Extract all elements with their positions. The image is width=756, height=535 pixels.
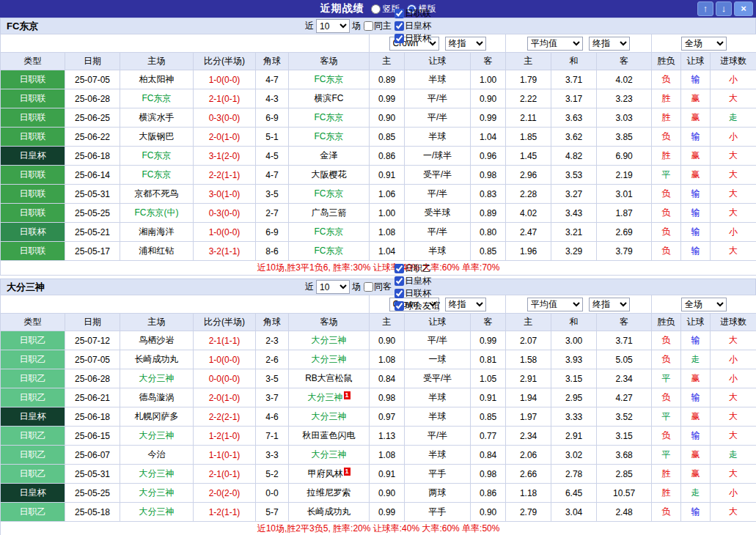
average-select[interactable]: 平均值 — [527, 298, 583, 311]
final-odds-select-2[interactable]: 终指 — [589, 37, 630, 51]
handicap-away-odds: 0.91 — [471, 388, 506, 407]
match-count-select[interactable]: 10 — [316, 280, 350, 294]
result-outcome: 负 — [652, 185, 681, 204]
league-filter-input[interactable] — [394, 276, 404, 286]
same-venue-checkbox[interactable]: 同客 — [363, 281, 392, 293]
result-outcome: 胜 — [652, 484, 681, 503]
league-filter-input[interactable] — [394, 21, 404, 31]
league-filter-checkbox[interactable]: 日皇杯 — [394, 275, 440, 287]
league-filter-checkbox[interactable]: 球会友谊 — [394, 300, 440, 312]
avg-home-odds: 1.45 — [506, 147, 551, 166]
avg-draw-odds: 3.33 — [551, 407, 597, 427]
match-row: 日职乙25-05-18大分三神1-2(1-1)5-7长崎成功丸0.99平手0.9… — [1, 503, 756, 522]
match-row: 日皇杯25-06-18FC东京3-1(2-0)4-5金泽0.86一/球半0.96… — [1, 147, 756, 166]
score: 1-2(1-0) — [194, 427, 256, 446]
league-filter-input[interactable] — [394, 301, 404, 311]
away-team: 大分三神1 — [289, 388, 370, 407]
team-section: 大分三神 近 10 场 同客 日职乙日皇杯日联杯球会友谊 — [0, 278, 756, 535]
handicap-away-odds: 0.98 — [471, 465, 506, 484]
same-venue-input[interactable] — [364, 21, 373, 31]
average-select[interactable]: 平均值 — [527, 37, 583, 51]
final-odds-select-2[interactable]: 终指 — [589, 298, 630, 311]
match-row: 日职联25-06-14FC东京2-2(1-1)4-7大阪樱花0.91受平/半0.… — [1, 166, 756, 185]
league-filter-checkbox[interactable]: 日联杯 — [394, 287, 440, 300]
final-odds-select[interactable]: 终指 — [445, 37, 486, 51]
avg-away-odds: 3.23 — [597, 89, 652, 108]
match-date: 25-06-28 — [65, 89, 120, 108]
league-filter-checkbox[interactable]: 日联杯 — [394, 32, 431, 45]
avg-away-odds: 5.05 — [597, 350, 652, 369]
move-down-button[interactable]: ↓ — [716, 1, 732, 16]
away-team: 大分三神 — [289, 331, 370, 350]
corners: 3-5 — [256, 185, 289, 204]
column-header: 主场 — [120, 53, 194, 70]
column-header: 主 — [370, 53, 405, 70]
avg-home-odds: 1.94 — [506, 388, 551, 407]
same-venue-input[interactable] — [364, 282, 373, 292]
home-team: 大分三神 — [120, 465, 194, 484]
match-row: 日职乙25-07-12鸟栖沙岩2-1(1-1)2-3大分三神0.90平/半0.9… — [1, 331, 756, 350]
home-team: 大阪钢巴 — [120, 128, 194, 147]
same-venue-checkbox[interactable]: 同主 — [363, 20, 392, 32]
competition-type: 日职乙 — [1, 503, 65, 522]
match-row: 日职联25-06-22大阪钢巴2-0(1-0)5-1FC东京0.85半球1.04… — [1, 128, 756, 147]
handicap-line: 受平/半 — [405, 369, 471, 388]
competition-type: 日职联 — [1, 128, 65, 147]
handicap-home-odds: 1.04 — [370, 242, 405, 261]
home-team: 柏太阳神 — [120, 70, 194, 89]
section-header: FC东京 近 10 场 同主 日职联日皇杯日联杯 — [0, 18, 756, 34]
scope-select[interactable]: 全场 — [681, 298, 727, 311]
avg-draw-odds: 3.29 — [551, 242, 597, 261]
result-goals: 小 — [711, 128, 756, 147]
avg-home-odds: 2.79 — [506, 503, 551, 522]
match-count-select[interactable]: 10 — [316, 19, 350, 33]
avg-draw-odds: 2.95 — [551, 388, 597, 407]
corners: 5-2 — [256, 465, 289, 484]
avg-draw-odds: 3.63 — [551, 108, 597, 128]
handicap-home-odds: 1.08 — [370, 446, 405, 465]
result-outcome: 胜 — [652, 89, 681, 108]
result-handicap: 赢 — [681, 89, 711, 108]
column-header: 和 — [551, 53, 597, 70]
corners: 6-9 — [256, 108, 289, 128]
away-team: 大分三神 — [289, 446, 370, 465]
league-filters: 日职乙日皇杯日联杯球会友谊 — [394, 262, 441, 312]
result-goals: 大 — [711, 89, 756, 108]
match-row: 日职乙25-06-21德岛漩涡2-0(1-0)3-7大分三神10.98半球0.9… — [1, 388, 756, 407]
column-header: 进球数 — [711, 53, 756, 70]
scope-select[interactable]: 全场 — [681, 37, 727, 51]
result-outcome: 负 — [652, 503, 681, 522]
column-header: 让球 — [681, 314, 711, 331]
handicap-home-odds: 0.99 — [370, 89, 405, 108]
move-up-button[interactable]: ↑ — [697, 1, 713, 16]
league-filter-checkbox[interactable]: 日职乙 — [394, 262, 440, 275]
column-header: 和 — [551, 314, 597, 331]
result-goals: 走 — [711, 446, 756, 465]
league-filter-input[interactable] — [394, 264, 404, 273]
avg-draw-odds: 3.21 — [551, 223, 597, 242]
result-handicap: 输 — [681, 331, 711, 350]
result-handicap: 输 — [681, 128, 711, 147]
avg-away-odds: 4.27 — [597, 388, 652, 407]
final-odds-select[interactable]: 终指 — [445, 298, 486, 311]
away-team: FC东京 — [289, 223, 370, 242]
league-filter-input[interactable] — [394, 34, 404, 43]
home-team: 长崎成功丸 — [120, 350, 194, 369]
league-filter-checkbox[interactable]: 日职联 — [394, 7, 431, 20]
column-header: 客 — [597, 53, 652, 70]
handicap-line: 平/半 — [405, 331, 471, 350]
avg-away-odds: 2.48 — [597, 503, 652, 522]
home-team: 大分三神 — [120, 369, 194, 388]
close-button[interactable]: × — [734, 1, 753, 16]
league-filter-checkbox[interactable]: 日皇杯 — [394, 20, 431, 32]
avg-home-odds: 2.22 — [506, 89, 551, 108]
handicap-home-odds: 0.99 — [370, 503, 405, 522]
handicap-away-odds: 0.86 — [471, 484, 506, 503]
league-filter-input[interactable] — [394, 9, 404, 18]
home-team: 今治 — [120, 446, 194, 465]
home-team: 德岛漩涡 — [120, 388, 194, 407]
league-filter-input[interactable] — [394, 289, 404, 298]
result-goals: 小 — [711, 484, 756, 503]
home-team: FC东京 — [120, 89, 194, 108]
avg-away-odds: 2.34 — [597, 369, 652, 388]
